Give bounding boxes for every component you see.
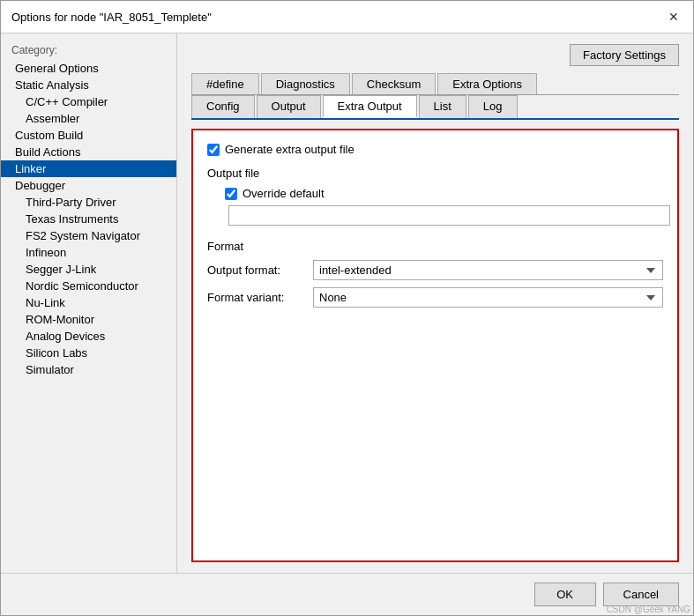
sidebar-item-texas-instruments[interactable]: Texas Instruments [1, 211, 176, 227]
output-format-select[interactable]: intel-extended [313, 260, 663, 280]
override-row: Override default [225, 187, 663, 200]
tab-extra-options[interactable]: Extra Options [437, 73, 537, 94]
sidebar-item-build-actions[interactable]: Build Actions [1, 144, 176, 160]
dialog-body: Category: General OptionsStatic Analysis… [1, 33, 693, 573]
sidebar-item-segger[interactable]: Segger J-Link [1, 261, 176, 278]
generate-row: Generate extra output file [207, 143, 663, 156]
sidebar-item-simulator[interactable]: Simulator [1, 361, 176, 378]
close-button[interactable]: ✕ [665, 8, 683, 26]
tab-define[interactable]: #define [191, 73, 259, 94]
generate-checkbox-label[interactable]: Generate extra output file [207, 143, 354, 156]
format-variant-row: Format variant: None [207, 287, 663, 308]
tab-extra-output[interactable]: Extra Output [323, 95, 417, 118]
tab-panel-extra-output: Generate extra output file Output file O… [191, 129, 679, 562]
sidebar-item-fs2[interactable]: FS2 System Navigator [1, 227, 176, 244]
tabs-row1: #defineDiagnosticsChecksumExtra Options [191, 73, 679, 95]
sidebar-item-custom-build[interactable]: Custom Build [1, 127, 176, 144]
format-variant-label: Format variant: [207, 291, 313, 304]
output-format-row: Output format: intel-extended [207, 260, 663, 280]
tab-output[interactable]: Output [257, 95, 321, 118]
sidebar-item-general-options[interactable]: General Options [1, 60, 176, 77]
tab-log[interactable]: Log [468, 95, 518, 118]
dialog: Options for node "IAR_8051_Templete" ✕ C… [0, 0, 694, 616]
dialog-footer: OK Cancel [1, 573, 693, 615]
override-checkbox-label[interactable]: Override default [225, 187, 325, 200]
dialog-title: Options for node "IAR_8051_Templete" [11, 11, 212, 24]
output-file-section-label: Output file [207, 167, 663, 180]
sidebar-item-rom-monitor[interactable]: ROM-Monitor [1, 311, 176, 328]
sidebar-item-analog[interactable]: Analog Devices [1, 328, 176, 345]
sidebar-item-nordic[interactable]: Nordic Semiconductor [1, 278, 176, 294]
tabs-row2: ConfigOutputExtra OutputListLog [191, 95, 679, 120]
category-label: Category: [1, 41, 176, 60]
sidebar-item-linker[interactable]: Linker [1, 160, 176, 177]
sidebar-item-static-analysis[interactable]: Static Analysis [1, 77, 176, 93]
generate-label-text: Generate extra output file [225, 143, 354, 156]
filename-input[interactable]: IAR_8051_Templete.hex [228, 205, 670, 226]
tab-list[interactable]: List [419, 95, 466, 118]
cancel-button[interactable]: Cancel [603, 583, 679, 606]
sidebar-item-silicon-labs[interactable]: Silicon Labs [1, 345, 176, 361]
tab-config[interactable]: Config [191, 95, 255, 118]
output-file-section: Override default IAR_8051_Templete.hex [221, 187, 663, 226]
override-label-text: Override default [243, 187, 325, 200]
override-checkbox[interactable] [225, 188, 237, 200]
sidebar-item-assembler[interactable]: Assembler [1, 110, 176, 127]
sidebar: Category: General OptionsStatic Analysis… [1, 33, 177, 573]
sidebar-item-third-party[interactable]: Third-Party Driver [1, 194, 176, 211]
format-section: Format Output format: intel-extended For… [207, 240, 663, 308]
output-format-label: Output format: [207, 263, 313, 277]
format-section-label: Format [207, 240, 663, 253]
sidebar-item-cpp-compiler[interactable]: C/C++ Compiler [1, 93, 176, 110]
watermark: CSDN @Geek YANG [607, 605, 690, 614]
format-variant-select[interactable]: None [313, 287, 663, 308]
sidebar-item-debugger[interactable]: Debugger [1, 177, 176, 194]
factory-settings-row: Factory Settings [191, 44, 679, 66]
title-bar: Options for node "IAR_8051_Templete" ✕ [1, 1, 693, 33]
tab-checksum[interactable]: Checksum [352, 73, 436, 94]
tab-diagnostics[interactable]: Diagnostics [261, 73, 350, 94]
sidebar-item-infineon[interactable]: Infineon [1, 244, 176, 261]
sidebar-items: General OptionsStatic AnalysisC/C++ Comp… [1, 60, 176, 378]
sidebar-item-nulink[interactable]: Nu-Link [1, 294, 176, 311]
generate-checkbox[interactable] [207, 144, 220, 156]
main-content: Factory Settings #defineDiagnosticsCheck… [177, 33, 693, 573]
factory-settings-button[interactable]: Factory Settings [570, 44, 679, 66]
ok-button[interactable]: OK [534, 583, 596, 606]
